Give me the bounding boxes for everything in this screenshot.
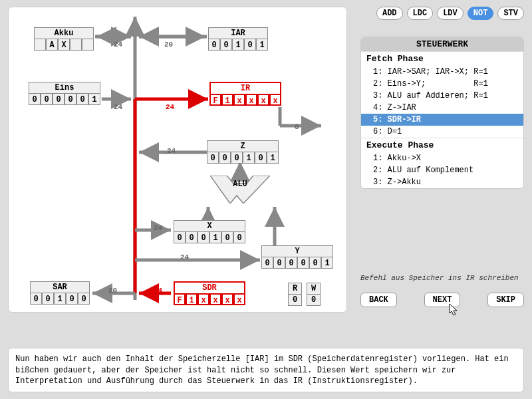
microstep-line: 3: Z->Akku [361, 176, 523, 188]
control-unit-panel: STEUERWERK Fetch Phase 1: IAR->SAR; IAR-… [360, 37, 524, 189]
flag-r: R 0 [288, 283, 302, 306]
bus-width-label: 24 [114, 103, 122, 111]
instruction-stv-button[interactable]: STV [497, 7, 524, 20]
register-title: IAR [208, 27, 268, 39]
register-cells: 00100 [30, 293, 90, 305]
register-title: Z [207, 140, 279, 152]
microstep-line: 1: Akku->X [361, 152, 523, 164]
register-ir: IRF1xxxx [209, 82, 281, 106]
alu-label: ALU [210, 180, 270, 189]
register-iar: IAR00101 [208, 27, 268, 51]
register-cells: 000001 [29, 93, 100, 105]
instruction-not-button[interactable]: NOT [467, 7, 494, 20]
microstep-line: 4: Z->IAR [361, 102, 523, 114]
control-unit-title: STEUERWERK [361, 37, 523, 51]
bus-width-label: 24 [166, 103, 174, 111]
register-cells: AX [34, 39, 94, 51]
execute-phase-title: Execute Phase [361, 138, 523, 152]
instruction-ldv-button[interactable]: LDV [437, 7, 464, 20]
next-button[interactable]: NEXT [424, 293, 461, 307]
nav-controls: BACK NEXT SKIP [360, 293, 524, 307]
bus-width-label: 24 [154, 224, 162, 232]
register-title: Akku [34, 27, 94, 39]
register-cells: 000100 [174, 231, 245, 243]
microstep-line: 2: Eins->Y; R=1 [361, 78, 523, 90]
register-cells: F1xxxx [209, 94, 281, 106]
register-title: SAR [30, 281, 90, 293]
register-title: SDR [174, 281, 245, 293]
bus-width-label: 20 [164, 41, 173, 49]
bus-width-label: 24 [114, 41, 122, 49]
instruction-ldc-button[interactable]: LDC [407, 7, 434, 20]
register-cells: 00101 [208, 39, 268, 51]
skip-button[interactable]: SKIP [487, 293, 524, 307]
instruction-add-button[interactable]: ADD [376, 7, 403, 20]
register-title: X [174, 220, 245, 231]
description-panel: Nun haben wir auch den Inhalt der Speich… [8, 348, 524, 392]
register-y: Y000001 [261, 245, 333, 269]
register-sdr: SDRF1xxxx [174, 281, 245, 305]
register-title: Eins [29, 82, 100, 93]
flag-w: W 0 [307, 283, 321, 306]
register-cells: F1xxxx [174, 293, 245, 305]
register-z: Z000101 [207, 140, 279, 164]
register-title: IR [209, 82, 281, 94]
register-cells: 000001 [261, 257, 333, 269]
status-text: Befehl aus Speicher ins IR schreiben [360, 274, 524, 282]
microstep-line: 6: D=1 [361, 126, 523, 138]
register-x: X000100 [174, 220, 245, 243]
register-akku: Akku AX [34, 27, 94, 51]
flag-w-value: 0 [307, 295, 321, 306]
diagram-canvas: Akku AX IAR00101 Eins000001 IRF1xxxx Z00… [8, 7, 347, 313]
bus-width-label: 8 [295, 123, 299, 131]
fetch-phase-title: Fetch Phase [361, 51, 523, 66]
bus-width-label: 24 [154, 287, 162, 295]
flag-w-label: W [307, 283, 321, 295]
register-cells: 000101 [207, 152, 279, 164]
alu: ALU [210, 176, 270, 203]
register-sar: SAR00100 [30, 281, 90, 305]
microstep-line: 1: IAR->SAR; IAR->X; R=1 [361, 66, 523, 78]
register-eins: Eins000001 [29, 82, 100, 105]
flag-r-value: 0 [288, 295, 302, 306]
microstep-line: 3: ALU auf Addieren; R=1 [361, 90, 523, 102]
bus-width-label: 24 [180, 253, 189, 261]
register-title: Y [261, 245, 333, 257]
back-button[interactable]: BACK [360, 293, 397, 307]
microstep-line: 2: ALU auf Komplement [361, 164, 523, 176]
bus-width-label: 20 [108, 287, 117, 295]
microstep-line: 5: SDR->IR [361, 114, 523, 126]
flag-r-label: R [288, 283, 302, 295]
instruction-toolbar: ADDLDCLDVNOTSTV [376, 7, 524, 20]
bus-width-label: 24 [167, 147, 176, 155]
